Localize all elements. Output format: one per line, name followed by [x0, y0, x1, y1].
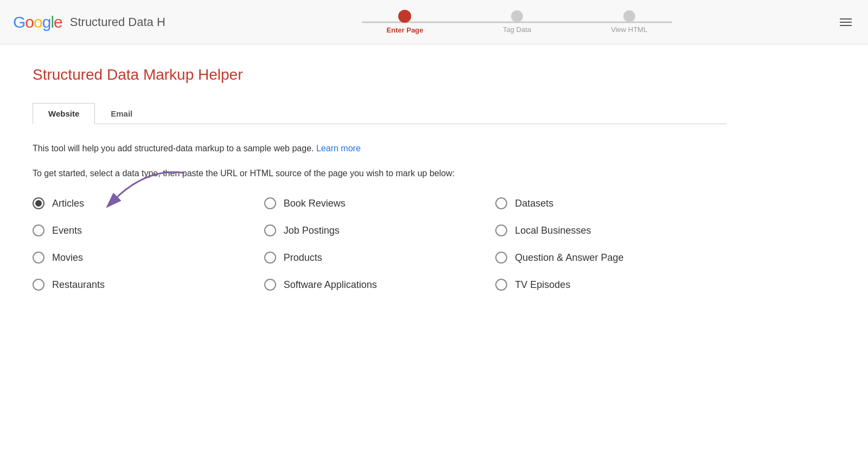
- step-enter-page[interactable]: Enter Page: [349, 10, 461, 34]
- radio-item-articles[interactable]: Articles: [33, 197, 264, 209]
- radio-item-job-postings[interactable]: Job Postings: [264, 224, 496, 236]
- radio-label-qa-page: Question & Answer Page: [515, 252, 623, 264]
- radio-label-movies: Movies: [52, 252, 83, 264]
- radio-label-products: Products: [284, 252, 322, 264]
- stepper: Enter Page Tag Data View HTML: [208, 10, 826, 34]
- radio-circle-articles: [33, 197, 44, 209]
- logo-o1: o: [25, 13, 34, 31]
- radio-item-tv-episodes[interactable]: TV Episodes: [495, 279, 727, 291]
- stepper-track: Enter Page Tag Data View HTML: [349, 10, 685, 34]
- radio-circle-qa-page: [495, 252, 507, 264]
- radio-circle-movies: [33, 252, 44, 264]
- description1: This tool will help you add structured-d…: [33, 142, 727, 156]
- app-title: Structured Data H: [70, 15, 165, 29]
- step-tag-data[interactable]: Tag Data: [461, 10, 573, 34]
- step-label-tag-data: Tag Data: [503, 25, 531, 34]
- header: Google Structured Data H Enter Page Tag …: [0, 0, 868, 44]
- step-view-html[interactable]: View HTML: [573, 10, 685, 34]
- radio-circle-job-postings: [264, 224, 276, 236]
- radio-item-software-applications[interactable]: Software Applications: [264, 279, 496, 291]
- logo-g2: g: [42, 13, 51, 31]
- radio-item-movies[interactable]: Movies: [33, 252, 264, 264]
- radio-label-restaurants: Restaurants: [52, 279, 105, 291]
- radio-label-local-businesses: Local Businesses: [515, 225, 591, 236]
- logo-o2: o: [34, 13, 42, 31]
- desc1-text: This tool will help you add structured-d…: [33, 144, 314, 153]
- page-title: Structured Data Markup Helper: [33, 66, 727, 84]
- logo-area: Google Structured Data H: [13, 13, 208, 31]
- radio-item-events[interactable]: Events: [33, 224, 264, 236]
- radio-label-tv-episodes: TV Episodes: [515, 279, 570, 291]
- tab-website[interactable]: Website: [33, 103, 95, 124]
- radio-item-restaurants[interactable]: Restaurants: [33, 279, 264, 291]
- hamburger-line2: [840, 22, 852, 23]
- radio-circle-products: [264, 252, 276, 264]
- hamburger-menu[interactable]: [837, 15, 855, 29]
- radio-item-qa-page[interactable]: Question & Answer Page: [495, 252, 727, 264]
- radio-label-software-applications: Software Applications: [284, 279, 377, 291]
- radio-circle-tv-episodes: [495, 279, 507, 291]
- radio-label-book-reviews: Book Reviews: [284, 198, 346, 209]
- step-label-view-html: View HTML: [611, 25, 647, 34]
- radio-item-book-reviews[interactable]: Book Reviews: [264, 197, 496, 209]
- radio-circle-book-reviews: [264, 197, 276, 209]
- data-type-grid: Articles Book Reviews Datasets Events: [33, 197, 727, 291]
- step-dot-view-html: [623, 10, 635, 22]
- radio-label-datasets: Datasets: [515, 198, 553, 209]
- radio-circle-restaurants: [33, 279, 44, 291]
- google-logo: Google: [13, 13, 62, 31]
- radio-item-local-businesses[interactable]: Local Businesses: [495, 224, 727, 236]
- radio-circle-events: [33, 224, 44, 236]
- radio-circle-datasets: [495, 197, 507, 209]
- hamburger-line3: [840, 25, 852, 26]
- step-dot-tag-data: [511, 10, 523, 22]
- main-content: Structured Data Markup Helper Website Em…: [0, 44, 760, 312]
- step-label-enter-page: Enter Page: [386, 26, 423, 34]
- radio-circle-local-businesses: [495, 224, 507, 236]
- hamburger-line1: [840, 18, 852, 20]
- radio-label-job-postings: Job Postings: [284, 225, 340, 236]
- arrow-annotation: [103, 168, 190, 211]
- radio-label-events: Events: [52, 225, 82, 236]
- radio-item-datasets[interactable]: Datasets: [495, 197, 727, 209]
- tab-email[interactable]: Email: [95, 103, 148, 124]
- radio-label-articles: Articles: [52, 198, 84, 209]
- radio-item-products[interactable]: Products: [264, 252, 496, 264]
- learn-more-link[interactable]: Learn more: [316, 144, 361, 153]
- tabs: Website Email: [33, 103, 727, 124]
- logo-e: e: [54, 13, 62, 31]
- step-dot-enter-page: [398, 10, 411, 23]
- logo-g: G: [13, 13, 25, 31]
- radio-circle-software-applications: [264, 279, 276, 291]
